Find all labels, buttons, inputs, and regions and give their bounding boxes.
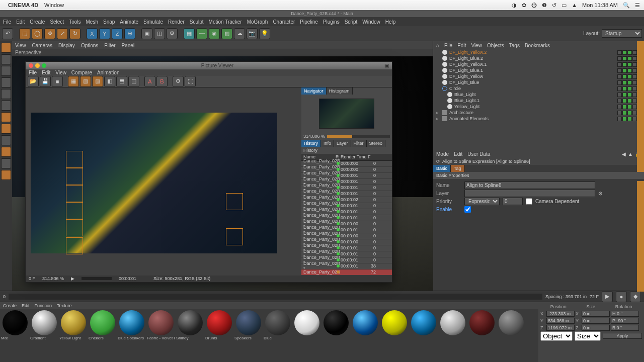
locked-workplane[interactable]	[1, 147, 11, 157]
undo-button[interactable]: ↶	[2, 28, 13, 39]
pv-win-icon[interactable]: ▣	[384, 63, 389, 68]
minimize-icon[interactable]	[35, 63, 40, 68]
pv-progress[interactable]	[82, 277, 112, 280]
planar-workplane[interactable]	[1, 158, 11, 168]
coord-mode-select[interactable]: Object (Rel)	[540, 331, 573, 341]
object-row[interactable]: Blue_Light	[433, 92, 644, 98]
edge-mode[interactable]	[1, 89, 11, 99]
material-item[interactable]	[410, 310, 438, 361]
object-row[interactable]: ▸Animated Elements	[433, 116, 644, 122]
om-menu-view[interactable]: View	[471, 43, 482, 48]
search-icon[interactable]: 🔍	[623, 2, 630, 9]
wifi-icon[interactable]: ▲	[572, 2, 577, 8]
vp-menu-options[interactable]: Options	[81, 43, 98, 48]
vp-menu-filter[interactable]: Filter	[104, 43, 115, 48]
axis-y-toggle[interactable]: Y	[99, 28, 110, 39]
material-item[interactable]	[380, 310, 409, 361]
menu-motiontracker[interactable]: Motion Tracker	[209, 19, 242, 25]
material-item[interactable]: Drums	[205, 310, 233, 361]
pv-tab-filter[interactable]: Filter	[351, 140, 367, 147]
attr-layer-field[interactable]	[464, 190, 595, 197]
menubar-icon[interactable]: ❶	[542, 2, 547, 9]
close-icon[interactable]	[29, 63, 33, 68]
coord-size-field[interactable]	[582, 318, 610, 324]
mat-menu-function[interactable]: Function	[35, 303, 52, 308]
material-item[interactable]	[293, 310, 321, 361]
deformer-button[interactable]: ▨	[221, 28, 232, 39]
attr-camdep-checkbox[interactable]	[526, 198, 532, 205]
menubar-icon[interactable]: ⏻	[531, 2, 537, 8]
attr-name-field[interactable]	[464, 182, 595, 189]
scale-tool[interactable]: ⤢	[57, 28, 68, 39]
axis-x-toggle[interactable]: X	[87, 28, 98, 39]
model-mode[interactable]	[1, 43, 11, 53]
vp-menu-cameras[interactable]: Cameras	[32, 43, 53, 48]
coord-pos-field[interactable]	[546, 318, 575, 324]
pv-channel-alpha[interactable]: ▧	[80, 76, 91, 87]
menubar-icon[interactable]: ↺	[552, 2, 556, 9]
menu-select[interactable]: Select	[50, 19, 64, 25]
pv-menu-compare[interactable]: Compare	[71, 70, 92, 75]
pv-tab-navigator[interactable]: Navigator	[301, 87, 327, 95]
attr-priority-select[interactable]: Expression	[464, 198, 500, 205]
pv-menu-view[interactable]: View	[55, 70, 66, 75]
pv-filter-button[interactable]: ⚙	[173, 76, 184, 87]
object-row[interactable]: Circle	[433, 85, 644, 92]
menu-pipeline[interactable]: Pipeline	[300, 19, 318, 25]
play-button[interactable]: ▶	[602, 291, 613, 302]
live-select-tool[interactable]: ◯	[32, 28, 43, 39]
right-strip-bottom[interactable]	[637, 181, 644, 292]
axis-mode[interactable]	[1, 112, 11, 122]
primitive-button[interactable]: ▦	[184, 28, 195, 39]
object-row[interactable]: Yellow_Light	[433, 104, 644, 110]
material-grid[interactable]: MatGradientYellow LightChekersBlue Speak…	[0, 309, 538, 362]
render-view-button[interactable]: ▣	[141, 28, 152, 39]
material-item[interactable]: Shiney	[176, 310, 204, 361]
render-settings-button[interactable]: ⚙	[167, 28, 178, 39]
attr-tab-tag[interactable]: Tag	[451, 165, 465, 172]
camera-button[interactable]: 📷	[247, 28, 258, 39]
pv-menu-file[interactable]: File	[29, 70, 37, 75]
pv-menu-edit[interactable]: Edit	[42, 70, 50, 75]
attr-priority-num[interactable]	[503, 198, 523, 205]
object-row[interactable]: DF_Light_Blue	[433, 79, 644, 85]
macos-menu-item[interactable]: Window	[44, 2, 64, 8]
coord-pos-field[interactable]	[546, 311, 575, 317]
pv-ab-b[interactable]: B	[156, 76, 168, 87]
menu-file[interactable]: File	[3, 19, 11, 25]
menu-window[interactable]: Window	[362, 19, 380, 25]
coord-size-field[interactable]	[582, 311, 610, 317]
menu-simulate[interactable]: Simulate	[143, 19, 163, 25]
pv-zoom-slider[interactable]	[327, 135, 390, 138]
pv-tab-histogram[interactable]: Histogram	[327, 87, 353, 95]
pv-titlebar[interactable]: Picture Viewer ▣	[26, 62, 392, 69]
om-menu-edit[interactable]: Edit	[457, 43, 466, 48]
rotate-tool[interactable]: ↻	[69, 28, 80, 39]
history-row[interactable]: Dance_Party_02B72	[301, 269, 392, 276]
menu-mograph[interactable]: MoGraph	[247, 19, 268, 25]
object-row[interactable]: DF_Light_Yellow.2	[433, 49, 644, 55]
om-menu-objects[interactable]: Objects	[487, 43, 504, 48]
pv-channel-single[interactable]: ▨	[92, 76, 103, 87]
menu-sculpt[interactable]: Sculpt	[190, 19, 204, 25]
menu-character[interactable]: Character	[273, 19, 295, 25]
attr-nav-up[interactable]: ▲	[628, 151, 633, 157]
maximize-icon[interactable]	[42, 63, 46, 68]
pv-compare-h[interactable]: ◧	[104, 76, 115, 87]
pv-channel-rgb[interactable]: ▦	[68, 76, 79, 87]
coord-pos-field[interactable]	[546, 325, 575, 331]
snap-toggle[interactable]	[1, 135, 11, 145]
attr-menu-mode[interactable]: Mode	[436, 151, 449, 157]
pv-compare-v[interactable]: ⬒	[116, 76, 127, 87]
pv-tab-stereo[interactable]: Stereo	[367, 140, 386, 147]
object-row[interactable]: DF_Light_Yellow	[433, 73, 644, 79]
pv-tab-layer[interactable]: Layer	[334, 140, 351, 147]
mat-menu-texture[interactable]: Texture	[57, 303, 72, 308]
material-item[interactable]: Mat	[1, 310, 29, 361]
poly-mode[interactable]	[1, 101, 11, 111]
material-item[interactable]: Fabric - Velvet Re	[147, 310, 175, 361]
vp-menu-view[interactable]: View	[15, 43, 26, 48]
texture-mode[interactable]	[1, 54, 11, 64]
material-item[interactable]: Speakers	[234, 310, 263, 361]
coord-rot-field[interactable]	[611, 318, 639, 324]
